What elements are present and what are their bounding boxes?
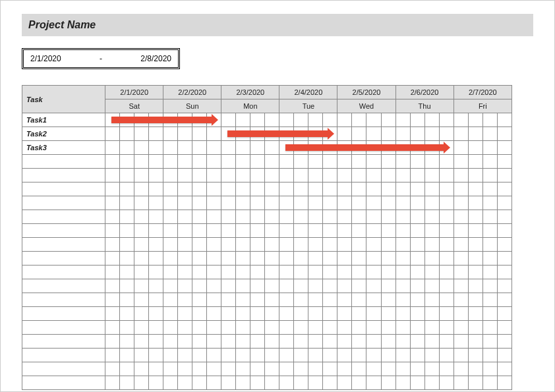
grid-cell <box>221 349 236 362</box>
grid-cell <box>381 279 395 293</box>
grid-cell <box>381 169 395 182</box>
date-header-5: 2/6/2020 <box>395 86 453 99</box>
grid-cell <box>410 169 424 182</box>
grid-cell <box>178 293 192 307</box>
grid-cell <box>395 279 410 293</box>
grid-cell <box>352 141 366 155</box>
grid-cell <box>120 155 134 169</box>
grid-cell <box>250 196 265 210</box>
grid-cell <box>410 362 424 376</box>
grid-cell <box>207 210 221 224</box>
grid-cell <box>439 182 453 196</box>
grid-cell <box>352 169 366 182</box>
grid-cell <box>221 238 236 252</box>
grid-cell <box>482 266 497 279</box>
grid-cell <box>265 127 279 141</box>
grid-cell <box>134 224 149 238</box>
grid-cell <box>366 224 381 238</box>
grid-cell <box>236 279 250 293</box>
grid-cell <box>294 376 308 390</box>
grid-cell <box>134 169 149 182</box>
grid-cell <box>395 349 410 362</box>
grid-cell <box>352 196 366 210</box>
grid-cell <box>337 113 352 127</box>
grid-cell <box>178 252 192 266</box>
grid-cell <box>395 210 410 224</box>
grid-cell <box>468 182 482 196</box>
grid-cell <box>395 141 410 155</box>
grid-cell <box>207 196 221 210</box>
grid-cell <box>149 321 163 335</box>
grid-cell <box>323 266 337 279</box>
grid-cell <box>178 210 192 224</box>
grid-cell <box>352 376 366 390</box>
grid-cell <box>105 113 120 127</box>
task-name-cell <box>22 307 105 321</box>
grid-cell <box>134 238 149 252</box>
grid-cell <box>250 127 265 141</box>
grid-cell <box>424 127 439 141</box>
grid-cell <box>265 224 279 238</box>
grid-cell <box>178 266 192 279</box>
grid-cell <box>497 321 511 335</box>
grid-cell <box>149 155 163 169</box>
grid-cell <box>207 182 221 196</box>
day-header-0: Sat <box>105 99 163 113</box>
grid-cell <box>192 376 207 390</box>
grid-cell <box>134 196 149 210</box>
grid-cell <box>453 238 468 252</box>
grid-cell <box>149 224 163 238</box>
grid-cell <box>163 210 178 224</box>
grid-cell <box>105 155 120 169</box>
grid-cell <box>337 279 352 293</box>
grid-cell <box>323 349 337 362</box>
grid-cell <box>134 182 149 196</box>
grid-cell <box>424 238 439 252</box>
task-name-cell <box>22 266 105 279</box>
grid-cell <box>482 196 497 210</box>
grid-cell <box>149 349 163 362</box>
grid-cell <box>453 279 468 293</box>
grid-cell <box>395 182 410 196</box>
grid-cell <box>323 141 337 155</box>
grid-cell <box>381 155 395 169</box>
grid-cell <box>308 224 323 238</box>
grid-cell <box>468 238 482 252</box>
grid-cell <box>482 362 497 376</box>
grid-cell <box>221 141 236 155</box>
grid-cell <box>265 307 279 321</box>
grid-cell <box>366 335 381 349</box>
grid-cell <box>149 169 163 182</box>
grid-cell <box>323 169 337 182</box>
grid-cell <box>439 362 453 376</box>
grid-cell <box>323 362 337 376</box>
grid-cell <box>178 169 192 182</box>
grid-cell <box>120 293 134 307</box>
grid-cell <box>294 224 308 238</box>
grid-cell <box>468 141 482 155</box>
grid-cell <box>120 182 134 196</box>
grid-cell <box>308 279 323 293</box>
grid-cell <box>323 293 337 307</box>
grid-cell <box>323 279 337 293</box>
grid-cell <box>308 238 323 252</box>
grid-cell <box>149 141 163 155</box>
date-range: 2/1/2020 - 2/8/2020 <box>22 48 180 69</box>
grid-cell <box>207 321 221 335</box>
grid-cell <box>468 362 482 376</box>
grid-cell <box>294 141 308 155</box>
grid-cell <box>265 335 279 349</box>
grid-cell <box>366 141 381 155</box>
gantt-chart: Task2/1/20202/2/20202/3/20202/4/20202/5/… <box>22 85 533 390</box>
grid-cell <box>236 127 250 141</box>
grid-cell <box>410 376 424 390</box>
grid-cell <box>294 362 308 376</box>
grid-cell <box>120 169 134 182</box>
grid-cell <box>163 321 178 335</box>
date-header-6: 2/7/2020 <box>453 86 511 99</box>
grid-cell <box>337 238 352 252</box>
grid-cell <box>236 210 250 224</box>
grid-cell <box>279 307 294 321</box>
grid-cell <box>453 224 468 238</box>
grid-cell <box>497 196 511 210</box>
